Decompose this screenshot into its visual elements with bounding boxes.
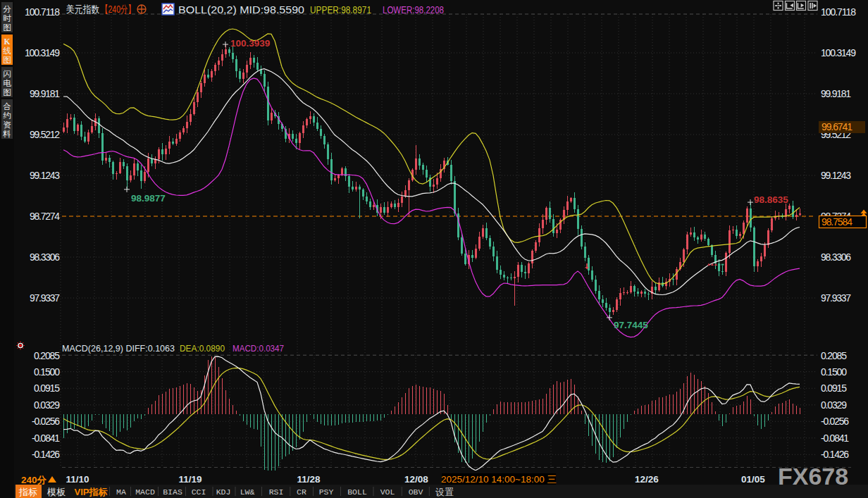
svg-text:99.6741: 99.6741 <box>822 121 852 132</box>
svg-text:99.9181: 99.9181 <box>821 88 851 99</box>
svg-text:MA: MA <box>116 487 126 497</box>
svg-text:0.0329: 0.0329 <box>34 399 60 411</box>
svg-text:-0.0841: -0.0841 <box>821 432 849 444</box>
svg-text:98.7584: 98.7584 <box>822 216 852 228</box>
svg-text:模板: 模板 <box>46 487 66 497</box>
svg-text:11/19: 11/19 <box>178 474 202 485</box>
svg-text:分: 分 <box>3 5 11 13</box>
svg-text:98.3306: 98.3306 <box>821 251 851 263</box>
svg-text:美元指数: 美元指数 <box>66 4 99 15</box>
svg-text:-0.1426: -0.1426 <box>32 449 60 460</box>
svg-text:100.7118: 100.7118 <box>25 6 60 18</box>
svg-text:99.1243: 99.1243 <box>30 170 60 181</box>
svg-text:合: 合 <box>3 102 11 111</box>
svg-text:VIP指标: VIP指标 <box>75 487 108 497</box>
svg-text:BOLL(20,2) MID:98.5590: BOLL(20,2) MID:98.5590 <box>178 4 304 15</box>
svg-text:OBV: OBV <box>409 487 423 497</box>
svg-text:闪: 闪 <box>3 70 11 78</box>
svg-text:LOWER:98.2208: LOWER:98.2208 <box>383 4 444 15</box>
svg-text:98.9877: 98.9877 <box>131 193 166 204</box>
svg-text:-0.0841: -0.0841 <box>32 432 60 444</box>
svg-text:12/26: 12/26 <box>635 474 659 485</box>
svg-text:-0.0256: -0.0256 <box>32 416 60 427</box>
svg-text:资: 资 <box>3 120 11 129</box>
svg-text:图: 图 <box>3 23 11 32</box>
svg-text:电: 电 <box>3 79 11 87</box>
svg-text:98.3306: 98.3306 <box>30 251 60 263</box>
svg-text:99.5212: 99.5212 <box>30 129 60 140</box>
svg-text:99.1243: 99.1243 <box>821 170 851 181</box>
svg-text:97.9337: 97.9337 <box>30 292 60 304</box>
svg-text:KDJ: KDJ <box>216 487 231 497</box>
svg-text:11/28: 11/28 <box>297 474 321 485</box>
svg-text:CR: CR <box>297 487 306 497</box>
svg-text:0.0329: 0.0329 <box>821 399 847 411</box>
svg-text:100.3149: 100.3149 <box>821 47 856 58</box>
svg-text:0.0915: 0.0915 <box>34 382 60 394</box>
svg-text:0.1500: 0.1500 <box>821 366 847 378</box>
svg-text:图: 图 <box>3 56 11 64</box>
svg-text:线: 线 <box>3 46 11 55</box>
svg-text:0.0915: 0.0915 <box>821 382 847 394</box>
svg-text:12/08: 12/08 <box>404 474 428 485</box>
svg-text:MACD(26,12,9) DIFF:0.1063: MACD(26,12,9) DIFF:0.1063 <box>62 343 175 354</box>
svg-text:K: K <box>4 37 11 46</box>
svg-text:100.3939: 100.3939 <box>230 38 270 49</box>
svg-text:99.9181: 99.9181 <box>30 88 60 99</box>
svg-text:0.1500: 0.1500 <box>34 366 60 378</box>
svg-text:240分: 240分 <box>21 475 47 485</box>
svg-text:时: 时 <box>3 14 11 23</box>
svg-text:98.7274: 98.7274 <box>30 211 60 222</box>
svg-text:LW&: LW& <box>240 487 255 497</box>
svg-text:100.3149: 100.3149 <box>25 47 60 58</box>
svg-text:97.7445: 97.7445 <box>614 320 648 330</box>
svg-text:DEA:0.0890: DEA:0.0890 <box>180 343 225 354</box>
svg-text:指标: 指标 <box>18 487 37 497</box>
svg-text:-0.1426: -0.1426 <box>821 449 849 460</box>
svg-text:RSI: RSI <box>269 487 284 497</box>
svg-text:VOL: VOL <box>380 487 395 497</box>
svg-text:0.2085: 0.2085 <box>821 350 847 361</box>
svg-text:CCI: CCI <box>192 487 206 497</box>
svg-text:97.9337: 97.9337 <box>821 292 851 304</box>
svg-text:100.7118: 100.7118 <box>821 6 856 18</box>
svg-text:MACD: MACD <box>135 487 155 497</box>
svg-text:-0.0256: -0.0256 <box>821 416 849 427</box>
svg-text:UPPER:98.8971: UPPER:98.8971 <box>310 4 371 15</box>
svg-text:BIAS: BIAS <box>163 487 182 497</box>
svg-text:约: 约 <box>3 111 11 120</box>
svg-text:BOLL: BOLL <box>347 487 367 497</box>
svg-text:PSY: PSY <box>319 487 334 497</box>
svg-text:01/05: 01/05 <box>741 474 765 485</box>
svg-text:MACD:0.0347: MACD:0.0347 <box>232 343 284 354</box>
svg-text:2025/12/10 14:00~18:00 三: 2025/12/10 14:00~18:00 三 <box>441 474 557 485</box>
svg-text:0.2085: 0.2085 <box>34 350 60 361</box>
svg-text:料: 料 <box>2 130 11 138</box>
svg-text:11/10: 11/10 <box>66 474 89 485</box>
svg-text:图: 图 <box>3 88 11 97</box>
svg-text:98.8635: 98.8635 <box>754 194 788 205</box>
svg-text:设置: 设置 <box>435 487 454 497</box>
svg-text:【240分】: 【240分】 <box>101 4 135 15</box>
